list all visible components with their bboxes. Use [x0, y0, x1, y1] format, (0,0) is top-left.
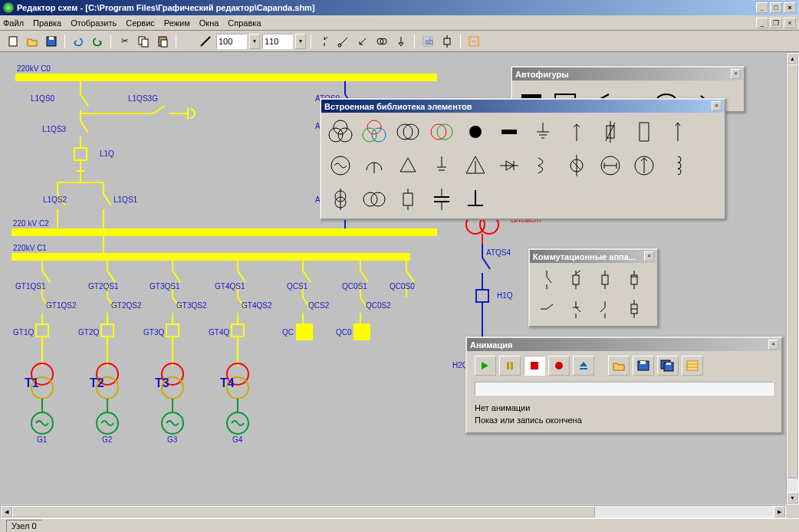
sw-disconnector[interactable]	[533, 266, 561, 294]
sym-perp[interactable]	[459, 183, 492, 215]
anim-pause-button[interactable]	[499, 356, 521, 376]
sw-sw4[interactable]	[620, 295, 648, 323]
sym-arc[interactable]	[358, 149, 390, 182]
anim-save-all-button[interactable]	[657, 356, 679, 376]
sym-ground-short[interactable]	[426, 149, 458, 182]
sym-generator[interactable]	[324, 149, 357, 182]
sw-sw2[interactable]	[562, 295, 590, 323]
anim-stop-button[interactable]	[524, 356, 545, 376]
svg-rect-2	[49, 37, 54, 40]
text-tool[interactable]: ab	[419, 34, 436, 49]
palette-autoshapes-close[interactable]: ×	[731, 69, 741, 79]
palette-library-close[interactable]: ×	[712, 101, 722, 111]
mdi-minimize-button[interactable]: _	[756, 18, 768, 28]
anim-input[interactable]	[475, 382, 774, 396]
sym-2winding-color[interactable]	[426, 116, 458, 148]
anim-settings-button[interactable]	[682, 356, 703, 376]
sym-circle-arrow[interactable]	[628, 149, 660, 182]
scroll-left-button[interactable]: ◀	[1, 506, 12, 517]
mdi-close-button[interactable]: ×	[784, 18, 796, 28]
sw-breaker1[interactable]	[562, 266, 590, 294]
scrollbar-vertical[interactable]: ▲ ▼	[786, 52, 799, 504]
menu-windows[interactable]: Окна	[199, 18, 219, 28]
maximize-button[interactable]: □	[770, 2, 782, 13]
scroll-right-button[interactable]: ▶	[774, 506, 785, 517]
lbl-G1: G1	[37, 435, 47, 444]
palette-animation[interactable]: Анимация × Нет анимации Показ или запись…	[465, 337, 783, 434]
open-button[interactable]	[24, 34, 41, 49]
sym-arrow-up[interactable]	[561, 116, 593, 148]
ground-tool[interactable]	[354, 34, 371, 49]
sym-inductor[interactable]	[662, 149, 694, 182]
sym-bracket[interactable]	[628, 116, 660, 148]
breaker-tool[interactable]	[316, 34, 333, 49]
busbar-c2[interactable]	[12, 228, 437, 236]
sym-susceptance[interactable]	[527, 149, 559, 182]
paste-button[interactable]	[154, 34, 171, 49]
menu-mode[interactable]: Режим	[164, 18, 190, 28]
sym-crossed-circle[interactable]	[561, 149, 593, 182]
sym-delta-triangle[interactable]	[459, 149, 492, 182]
sym-hbar[interactable]	[594, 149, 626, 182]
menu-edit[interactable]: Правка	[33, 18, 61, 28]
sym-fuse[interactable]	[594, 116, 626, 148]
line-tool[interactable]	[197, 34, 214, 49]
anim-record-button[interactable]	[548, 356, 570, 376]
sym-capacitor[interactable]	[426, 183, 458, 215]
zoom1-input[interactable]	[216, 34, 247, 49]
sym-arrow-thin[interactable]	[662, 116, 694, 148]
menu-file[interactable]: Файл	[3, 18, 24, 28]
redo-button[interactable]	[89, 34, 106, 49]
sw-sw3[interactable]	[591, 295, 619, 323]
anim-play-button[interactable]	[475, 356, 496, 376]
group-tool[interactable]	[465, 34, 482, 49]
busbar-c1[interactable]	[12, 253, 410, 261]
palette-switching[interactable]: Коммутационные аппа... ×	[528, 248, 659, 327]
palette-switching-close[interactable]: ×	[644, 251, 654, 261]
sym-rectbox[interactable]	[392, 183, 424, 215]
anim-save-button[interactable]	[633, 356, 654, 376]
node-tool[interactable]	[439, 34, 455, 49]
sym-ct[interactable]	[324, 183, 357, 215]
sw-ground-switch[interactable]	[533, 295, 561, 323]
sym-filled-circle[interactable]	[459, 116, 492, 148]
sym-triangle[interactable]	[392, 149, 424, 182]
scroll-v-thumb[interactable]	[787, 64, 798, 478]
zoom2-input[interactable]	[262, 34, 293, 49]
sym-ground[interactable]	[527, 116, 559, 148]
sw-breaker2[interactable]	[591, 266, 619, 294]
palette-library[interactable]: Встроенная библиотека элементов ×	[320, 98, 726, 220]
palette-animation-close[interactable]: ×	[768, 340, 778, 350]
menu-help[interactable]: Справка	[228, 18, 261, 28]
close-button[interactable]: ×	[784, 2, 796, 13]
scroll-h-thumb[interactable]	[12, 506, 595, 517]
sym-2winding-black[interactable]	[392, 116, 424, 148]
copy-button[interactable]	[135, 34, 152, 49]
mdi-restore-button[interactable]: ❐	[770, 18, 782, 28]
zoom2-dropdown[interactable]: ▼	[295, 34, 306, 49]
sw-breaker3[interactable]	[620, 266, 648, 294]
sym-thick-bar[interactable]	[493, 116, 525, 148]
busbar-c0[interactable]	[15, 74, 437, 81]
zoom1-dropdown[interactable]: ▼	[249, 34, 260, 49]
scrollbar-horizontal[interactable]: ◀ ▶	[0, 505, 786, 518]
new-button[interactable]	[5, 34, 21, 49]
menu-service[interactable]: Сервис	[126, 18, 155, 28]
sym-3winding-black[interactable]	[324, 116, 357, 148]
menu-view[interactable]: Отобразить	[71, 18, 117, 28]
save-button[interactable]	[43, 34, 60, 49]
scroll-down-button[interactable]: ▼	[787, 492, 798, 504]
minimize-button[interactable]: _	[756, 2, 768, 13]
anim-eject-button[interactable]	[573, 356, 594, 376]
sym-diode[interactable]	[493, 149, 525, 182]
sym-3winding-red[interactable]	[358, 116, 390, 148]
load-tool[interactable]	[393, 34, 409, 49]
transformer-tool[interactable]	[373, 34, 390, 49]
lbl-GT4QS1: GT4QS1	[215, 282, 245, 291]
sym-2circle-h[interactable]	[358, 183, 390, 215]
anim-open-button[interactable]	[608, 356, 630, 376]
disconnector-tool[interactable]	[335, 34, 352, 49]
undo-button[interactable]	[70, 34, 87, 49]
cut-button[interactable]: ✂	[116, 34, 133, 49]
scroll-up-button[interactable]: ▲	[787, 53, 798, 64]
